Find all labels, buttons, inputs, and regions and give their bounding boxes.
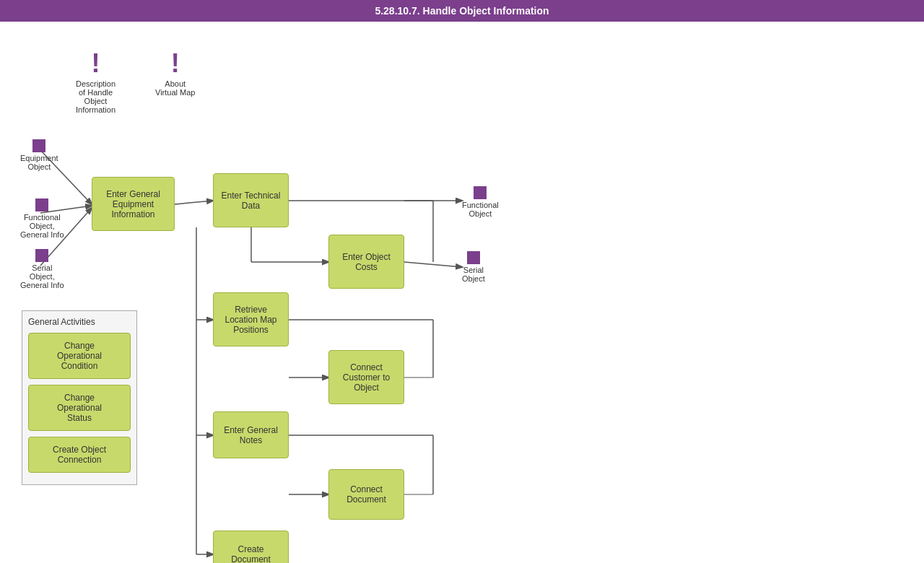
- functional-object-out-square: [474, 186, 487, 199]
- create-object-connection-box[interactable]: Create ObjectConnection: [28, 437, 131, 473]
- create-document-box[interactable]: CreateDocument: [213, 531, 289, 563]
- diagram-arrows: [0, 22, 924, 563]
- description-exclamation-icon: !: [92, 51, 100, 77]
- connect-customer-box[interactable]: ConnectCustomer toObject: [328, 350, 404, 404]
- main-area: ! Descriptionof HandleObjectInformation …: [0, 22, 924, 563]
- retrieve-location-box[interactable]: RetrieveLocation MapPositions: [213, 292, 289, 346]
- about-icon-group: ! AboutVirtual Map: [155, 51, 195, 97]
- serial-object-out-square: [467, 251, 480, 264]
- general-activities-panel: General Activities ChangeOperationalCond…: [22, 310, 137, 485]
- serial-object-general-label: SerialObject,General Info: [20, 263, 64, 289]
- enter-technical-data-box[interactable]: Enter TechnicalData: [213, 173, 289, 227]
- connect-document-box[interactable]: ConnectDocument: [328, 469, 404, 520]
- enter-object-costs-box[interactable]: Enter ObjectCosts: [328, 235, 404, 289]
- description-icon-group: ! Descriptionof HandleObjectInformation: [76, 51, 116, 114]
- serial-object-out-entity: SerialObject: [462, 251, 485, 283]
- about-icon-label: AboutVirtual Map: [155, 79, 195, 97]
- serial-object-general-square: [35, 249, 48, 262]
- functional-object-general-entity: FunctionalObject,General Info: [20, 198, 64, 239]
- description-icon-label: Descriptionof HandleObjectInformation: [76, 79, 116, 114]
- functional-object-general-label: FunctionalObject,General Info: [20, 213, 64, 239]
- title-bar: 5.28.10.7. Handle Object Information: [0, 0, 924, 22]
- general-activities-title: General Activities: [28, 317, 131, 327]
- functional-object-general-square: [35, 198, 48, 211]
- svg-line-19: [289, 435, 328, 494]
- svg-line-3: [175, 201, 213, 204]
- enter-general-notes-box[interactable]: Enter GeneralNotes: [213, 411, 289, 458]
- svg-line-13: [289, 320, 328, 377]
- equipment-object-label: EquipmentObject: [20, 154, 58, 171]
- about-exclamation-icon: !: [171, 51, 180, 77]
- functional-object-out-label: FunctionalObject: [462, 201, 499, 218]
- serial-object-out-label: SerialObject: [462, 266, 485, 283]
- change-operational-condition-box[interactable]: ChangeOperationalCondition: [28, 333, 131, 379]
- enter-general-equipment-box[interactable]: Enter GeneralEquipmentInformation: [92, 177, 175, 231]
- equipment-object-square: [32, 139, 45, 152]
- equipment-object-entity: EquipmentObject: [20, 139, 58, 171]
- change-operational-status-box[interactable]: ChangeOperationalStatus: [28, 385, 131, 431]
- title-text: 5.28.10.7. Handle Object Information: [375, 5, 549, 17]
- serial-object-general-entity: SerialObject,General Info: [20, 249, 64, 289]
- svg-line-7: [404, 262, 462, 267]
- functional-object-out-entity: FunctionalObject: [462, 186, 499, 218]
